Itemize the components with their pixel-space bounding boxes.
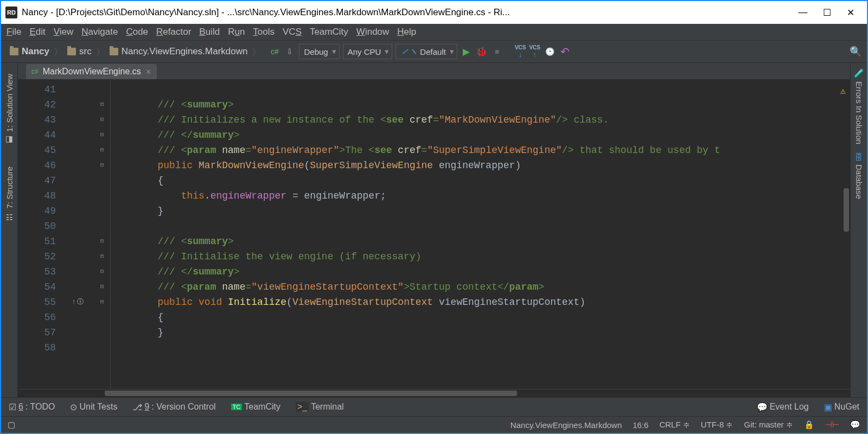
debug-button[interactable]: 🐞 (476, 46, 488, 58)
menu-teamcity[interactable]: TeamCity (310, 27, 348, 37)
toolwin-structure[interactable]: ☷7: Structure (4, 167, 14, 222)
crumb-project[interactable]: Nancy.ViewEngines.Markdown (122, 46, 248, 57)
breadcrumb[interactable]: Nancy 〉 src 〉 Nancy.ViewEngines.Markdown… (7, 46, 265, 58)
file-cs-icon[interactable]: c# (269, 46, 280, 58)
menu-vcs[interactable]: VCS (283, 27, 302, 37)
history-icon[interactable]: 🕑 (544, 46, 556, 58)
menubar: File Edit View Navigate Code Refactor Bu… (1, 24, 867, 41)
status-eol[interactable]: CRLF ≑ (659, 420, 690, 430)
toolwin-vcs[interactable]: ⎇ 9: Version Control (132, 402, 215, 412)
bottom-tool-strip: ☑ 66: TODO: TODO ⊙ Unit Tests ⎇ 9: Versi… (1, 397, 867, 416)
stop-button[interactable]: ■ (491, 46, 503, 58)
menu-build[interactable]: Build (199, 27, 220, 37)
toolbar: Nancy 〉 src 〉 Nancy.ViewEngines.Markdown… (1, 41, 867, 63)
status-notif-icon[interactable]: 💬 (850, 420, 860, 430)
configuration-combo[interactable]: Debug (299, 44, 339, 59)
menu-view[interactable]: View (54, 27, 74, 37)
left-tool-strip: ◧1: Solution View ☷7: Structure (1, 63, 18, 397)
platform-combo[interactable]: Any CPU (343, 44, 393, 59)
menu-help[interactable]: Help (397, 27, 416, 37)
status-git[interactable]: Git: master ≑ (744, 420, 793, 430)
tab-label: MarkDownViewEngine.cs (43, 67, 141, 76)
toolwin-todo[interactable]: ☑ 66: TODO: TODO (9, 402, 55, 412)
crumb-root[interactable]: Nancy (22, 46, 49, 57)
menu-tools[interactable]: Tools (253, 27, 275, 37)
toolwin-solution[interactable]: ◧1: Solution View (4, 74, 14, 145)
crumb-src[interactable]: src (79, 46, 92, 57)
horizontal-scrollbar[interactable] (18, 389, 850, 397)
menu-run[interactable]: Run (228, 27, 245, 37)
vcs-update-button[interactable]: VCS↓ (515, 44, 526, 59)
run-target-combo[interactable]: ⟋⟍Default (395, 44, 457, 59)
toolwin-database[interactable]: 🗄Database (854, 153, 864, 199)
tab-close-icon[interactable]: ✕ (145, 68, 151, 76)
editor-tabs: c# MarkDownViewEngine.cs ✕ (18, 63, 850, 80)
folder-icon (110, 48, 118, 55)
window-title: Nancy - [D:\Projects\Git\Demo\Nancy\Nanc… (22, 7, 791, 18)
vertical-scrollbar[interactable] (844, 188, 849, 232)
toolwin-teamcity[interactable]: TC TeamCity (231, 402, 280, 412)
toolwin-errors[interactable]: 🧪Errors In Solution (854, 68, 864, 144)
menu-code[interactable]: Code (126, 27, 148, 37)
status-pos[interactable]: 16:6 (633, 420, 648, 430)
download-icon[interactable]: ⇩ (284, 46, 296, 58)
toolwin-terminal[interactable]: >_ Terminal (296, 402, 344, 412)
fold-gutter[interactable]: ⊟⊟⊟⊟⊟⊟⊟⊟⊟⊟ (94, 80, 111, 389)
editor-area: c# MarkDownViewEngine.cs ✕ ⚠ 41424344454… (18, 63, 850, 397)
status-indicator-icon[interactable]: ⊣⊢ (825, 420, 839, 430)
menu-file[interactable]: File (7, 27, 21, 37)
net-logo-icon: ⟋⟍ (400, 47, 418, 56)
revert-icon[interactable]: ↶ (559, 46, 571, 58)
toolwin-nuget[interactable]: ▣ NuGet (824, 402, 859, 412)
menu-window[interactable]: Window (356, 27, 389, 37)
search-icon[interactable]: 🔍 (850, 46, 861, 58)
statusbar: ▢ Nancy.ViewEngines.Markdown 16:6 CRLF ≑… (1, 416, 867, 433)
gutter-icons: ↑Ⓘ (61, 80, 94, 389)
folder-icon (67, 48, 76, 55)
status-enc[interactable]: UTF-8 ≑ (701, 420, 733, 430)
run-button[interactable]: ▶ (461, 46, 473, 58)
status-lock-icon[interactable]: 🔒 (804, 420, 814, 430)
status-file: Nancy.ViewEngines.Markdown (510, 420, 622, 430)
toolwin-unittests[interactable]: ⊙ Unit Tests (70, 402, 117, 412)
titlebar: RD Nancy - [D:\Projects\Git\Demo\Nancy\N… (1, 1, 867, 24)
menu-edit[interactable]: Edit (29, 27, 45, 37)
maximize-button[interactable]: ☐ (815, 4, 839, 21)
folder-icon (10, 48, 18, 55)
warning-icon[interactable]: ⚠ (840, 84, 846, 99)
menu-navigate[interactable]: Navigate (81, 27, 118, 37)
code-editor[interactable]: ⚠ 414243444546474849505152535455565758 ↑… (18, 80, 850, 389)
toolwin-eventlog[interactable]: 💬 Event Log (757, 402, 809, 412)
line-numbers: 414243444546474849505152535455565758 (18, 80, 61, 389)
code-content[interactable]: /// <summary> /// Initializes a new inst… (111, 80, 850, 389)
cs-file-icon: c# (31, 68, 39, 75)
status-toolwindows-icon[interactable]: ▢ (8, 420, 15, 430)
tab-markdown-viewengine[interactable]: c# MarkDownViewEngine.cs ✕ (26, 64, 157, 79)
app-logo: RD (5, 7, 17, 18)
minimize-button[interactable]: — (791, 4, 815, 21)
menu-refactor[interactable]: Refactor (156, 27, 191, 37)
right-tool-strip: 🧪Errors In Solution 🗄Database (850, 63, 867, 397)
vcs-commit-button[interactable]: VCS↑ (529, 44, 540, 59)
close-button[interactable]: ✕ (839, 4, 863, 21)
